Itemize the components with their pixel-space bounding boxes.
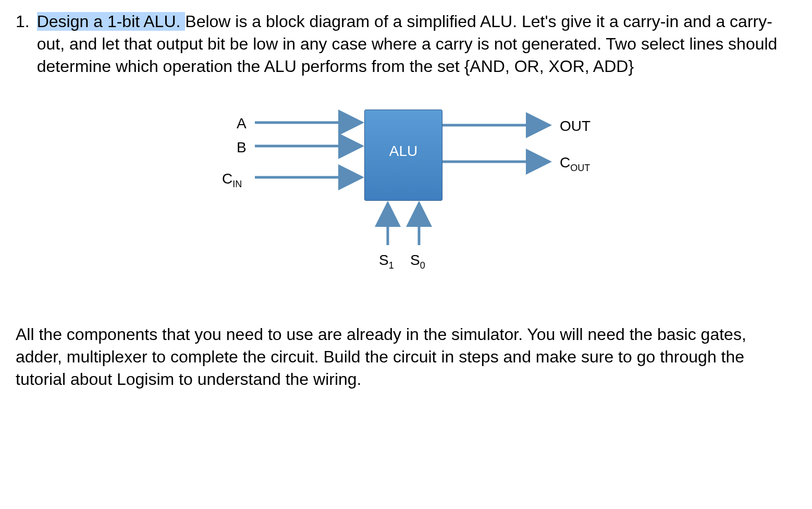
label-cout-sub: OUT <box>570 162 590 173</box>
label-select-s0: S0 <box>410 250 425 272</box>
alu-box: ALU <box>364 110 442 201</box>
label-input-a: A <box>237 114 247 134</box>
label-s0-base: S <box>410 252 420 268</box>
label-cin-base: C <box>222 171 232 187</box>
label-output-out: OUT <box>560 116 590 136</box>
label-s1-base: S <box>379 252 389 268</box>
question-item: 1. Design a 1-bit ALU. Below is a block … <box>16 10 796 78</box>
question-text: Design a 1-bit ALU. Below is a block dia… <box>37 10 796 78</box>
alu-block-diagram: ALU A B CIN OUT COUT S1 S0 <box>192 94 620 292</box>
bottom-paragraph: All the components that you need to use … <box>16 323 796 391</box>
label-s1-sub: 1 <box>389 260 394 270</box>
label-cin-sub: IN <box>232 178 242 189</box>
alu-box-label: ALU <box>389 141 417 161</box>
label-output-cout: COUT <box>560 153 590 174</box>
label-s0-sub: 0 <box>420 260 425 270</box>
question-number: 1. <box>16 10 30 78</box>
label-input-cin: CIN <box>222 169 242 190</box>
highlighted-text: Design a 1-bit ALU. <box>37 12 186 31</box>
label-cout-base: C <box>560 154 570 171</box>
label-input-b: B <box>237 138 247 157</box>
label-select-s1: S1 <box>379 250 394 272</box>
